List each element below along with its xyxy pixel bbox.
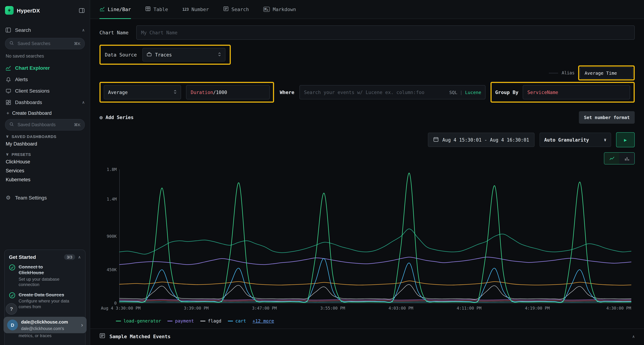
svg-text:3:47:00 PM: 3:47:00 PM	[252, 306, 277, 311]
help-button[interactable]: ?	[6, 303, 17, 315]
chart-icon	[5, 65, 12, 71]
chevron-up-icon[interactable]: ∧	[82, 100, 85, 105]
aggregation-value: Average	[108, 89, 170, 95]
alias-label: Alias	[562, 70, 574, 75]
sidebar-item-label: Team Settings	[15, 195, 85, 201]
create-dashboard-button[interactable]: + Create Dashboard	[5, 108, 85, 117]
tab-label: Number	[192, 6, 209, 12]
legend-more-link[interactable]: +12 more	[252, 318, 274, 324]
sidebar-item-chart-explorer[interactable]: Chart Explorer	[5, 62, 85, 74]
main-content: Line/Bar Table 123 Number Search M↓ Ma	[90, 0, 644, 345]
field-expression-input[interactable]: Duration/1000	[186, 85, 270, 99]
legend-more-label: +12 more	[252, 318, 274, 324]
sidebar-item-client-sessions[interactable]: Client Sessions	[5, 85, 85, 96]
bar-view-toggle[interactable]	[619, 153, 634, 164]
chart-controls: Aug 4 15:30:01 - Aug 4 16:30:01 Auto Gra…	[90, 132, 644, 147]
user-menu[interactable]: D dale@clickhouse.com dale@clickhouse.co…	[4, 317, 86, 333]
get-started-step[interactable]: Connect to ClickHouse Set up your databa…	[9, 264, 81, 288]
line-chart-icon	[100, 6, 105, 12]
lucene-toggle[interactable]: Lucene	[465, 89, 481, 95]
section-label-text: PRESETS	[12, 152, 31, 156]
saved-dashboards-input[interactable]: ⌘K	[5, 119, 85, 130]
hyperdx-app: HyperDX Search ∧ ⌘K No saved searches C	[0, 0, 644, 345]
alias-input[interactable]	[580, 67, 633, 79]
chevron-up-icon[interactable]: ∧	[632, 334, 635, 339]
svg-text:4:03:00 PM: 4:03:00 PM	[388, 306, 413, 311]
sample-events-title: Sample Matched Events	[110, 334, 628, 339]
set-number-format-button[interactable]: Set number format	[579, 111, 635, 124]
chevron-right-icon: ›	[81, 322, 83, 328]
search-icon	[9, 122, 14, 128]
line-view-toggle[interactable]	[604, 153, 619, 164]
add-series-button[interactable]: ⊕ Add Series	[100, 114, 134, 121]
legend-item[interactable]: cart	[228, 318, 246, 324]
group-by-input[interactable]	[523, 85, 630, 99]
sidebar-item-kubernetes[interactable]: Kubernetes	[5, 175, 85, 184]
saved-dashboards-section[interactable]: ∨ SAVED DASHBOARDS	[6, 134, 85, 139]
where-label: Where	[280, 89, 294, 95]
field-expression-main: Duration	[191, 89, 213, 95]
sidebar-item-alerts[interactable]: Alerts	[5, 74, 85, 85]
hyperdx-logo-icon	[5, 6, 14, 15]
display-type-tabs: Line/Bar Table 123 Number Search M↓ Ma	[90, 0, 644, 19]
chart-form: Chart Name Data Source Traces	[90, 19, 644, 124]
date-range-picker[interactable]: Aug 4 15:30:01 - Aug 4 16:30:01	[428, 133, 534, 147]
saved-searches-field[interactable]	[17, 41, 71, 46]
legend-item[interactable]: flagd	[200, 318, 221, 324]
step-desc: Configure where your data comes from	[18, 299, 72, 310]
section-label-text: SAVED DASHBOARDS	[12, 134, 56, 139]
chart-name-input[interactable]	[136, 25, 635, 40]
get-started-title: Get Started	[9, 254, 61, 260]
tab-number[interactable]: 123 Number	[182, 0, 209, 18]
legend-label: cart	[235, 318, 246, 324]
sidebar-item-services[interactable]: Services	[5, 166, 85, 175]
tab-search[interactable]: Search	[223, 0, 249, 18]
chevron-up-icon[interactable]: ∧	[78, 255, 81, 259]
saved-dashboards-field[interactable]	[17, 122, 71, 128]
chevron-down-icon: ∨	[6, 152, 9, 157]
avatar: D	[7, 320, 18, 330]
sample-events-header[interactable]: Sample Matched Events ∧	[90, 329, 644, 344]
legend-swatch	[116, 321, 121, 321]
saved-searches-input[interactable]: ⌘K	[5, 38, 85, 49]
data-source-label: Data Source	[105, 52, 137, 57]
events-table-header: Timestamp (Local) ⋮ service ⋮ level ⋮ du…	[90, 344, 644, 345]
tab-table[interactable]: Table	[145, 0, 168, 18]
chart-area: 0450K900K1.4M1.8MAug 4 3:30:00 PM3:39:00…	[90, 165, 644, 317]
tab-label: Table	[154, 6, 168, 12]
legend-item[interactable]: load-generator	[116, 318, 161, 324]
sql-toggle[interactable]: SQL	[449, 89, 457, 95]
granularity-select[interactable]: Auto Granularity ∨	[540, 133, 611, 147]
sidebar-item-dashboards[interactable]: Dashboards ∧	[5, 96, 85, 108]
annotation-box-alias	[578, 65, 635, 80]
updown-chevron-icon	[218, 52, 221, 58]
tab-markdown[interactable]: M↓ Markdown	[263, 0, 296, 18]
step-desc: Set up your database connection	[18, 277, 72, 288]
sidebar-item-search[interactable]: Search ∧	[5, 24, 85, 36]
run-query-button[interactable]: ▶	[616, 132, 635, 147]
sidebar-collapse-icon[interactable]	[79, 7, 85, 13]
sidebar-item-clickhouse[interactable]: ClickHouse	[5, 157, 85, 166]
timeseries-chart[interactable]: 0450K900K1.4M1.8MAug 4 3:30:00 PM3:39:00…	[100, 165, 635, 315]
aggregation-select[interactable]: Average	[104, 85, 181, 99]
create-dashboard-label: Create Dashboard	[12, 110, 52, 116]
get-started-step[interactable]: Create Data Sources Configure where your…	[9, 292, 81, 310]
data-source-select[interactable]: Traces	[142, 48, 226, 61]
toggle-divider: |	[460, 89, 462, 95]
chevron-down-icon: ∨	[6, 134, 9, 139]
legend-item[interactable]: payment	[168, 318, 194, 324]
legend-swatch	[228, 321, 233, 321]
granularity-value: Auto Granularity	[544, 137, 589, 142]
tab-line-bar[interactable]: Line/Bar	[100, 0, 131, 18]
shortcut-badge: ⌘K	[74, 41, 80, 46]
svg-text:900K: 900K	[107, 234, 117, 239]
presets-section[interactable]: ∨ PRESETS	[6, 152, 85, 157]
sidebar-item-label: Search	[15, 27, 78, 33]
sidebar-item-team-settings[interactable]: ⚙ Team Settings	[5, 192, 85, 203]
legend-label: payment	[175, 318, 194, 324]
sidebar-item-my-dashboard[interactable]: My Dashboard	[5, 139, 85, 148]
sidebar-item-label: Dashboards	[15, 99, 78, 105]
updown-chevron-icon	[174, 89, 177, 95]
svg-text:3:39:00 PM: 3:39:00 PM	[184, 306, 208, 311]
chevron-up-icon[interactable]: ∧	[82, 28, 85, 32]
